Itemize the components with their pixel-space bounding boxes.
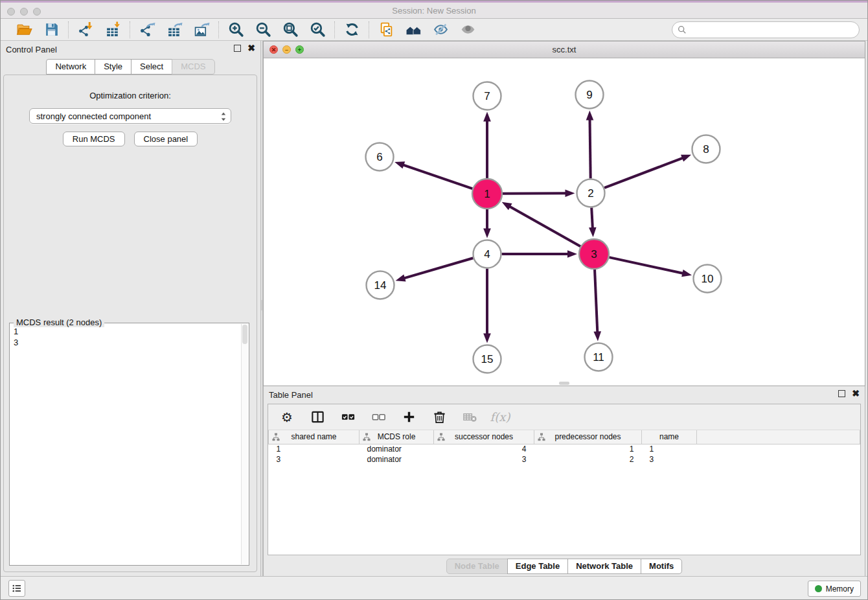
table-panel: Table Panel ✖ ⚙f(x) shared nameMCDS role… (263, 386, 865, 577)
tab-edge-table[interactable]: Edge Table (507, 559, 568, 574)
mcds-result-text[interactable]: 1 3 (11, 325, 240, 564)
cell-predecessor-nodes[interactable]: 1 (534, 444, 642, 454)
memory-button[interactable]: Memory (808, 581, 861, 597)
table-row[interactable]: 3dominator323 (269, 454, 860, 465)
import-network-button[interactable] (76, 21, 95, 39)
save-button[interactable] (42, 21, 60, 39)
graph-edge-2-3[interactable] (589, 207, 597, 237)
cell-shared-name[interactable]: 3 (269, 454, 360, 465)
export-table-button[interactable] (165, 21, 183, 39)
cell-shared-name[interactable]: 1 (269, 444, 360, 454)
tab-network[interactable]: Network (46, 59, 95, 75)
delete-row-button[interactable] (431, 409, 448, 426)
zoom-in-icon (228, 21, 244, 38)
column-label: shared name (291, 432, 336, 441)
chevron-updown-icon (220, 111, 227, 122)
export-table-icon (166, 21, 183, 38)
column-hierarchy-icon (363, 433, 371, 441)
tab-motifs[interactable]: Motifs (641, 559, 682, 574)
run-mcds-button[interactable]: Run MCDS (63, 132, 125, 146)
export-image-button[interactable] (192, 21, 211, 39)
tab-node-table[interactable]: Node Table (446, 559, 508, 574)
search-input[interactable] (672, 21, 860, 38)
zoom-fit-button[interactable] (281, 21, 299, 39)
task-history-button[interactable] (8, 580, 25, 597)
delete-table-button (461, 409, 478, 426)
graph-edge-1-4[interactable] (483, 209, 491, 238)
deselect-all-button[interactable] (370, 409, 387, 426)
column-header-MCDS-role[interactable]: MCDS role (360, 430, 434, 444)
cell-predecessor-nodes[interactable]: 2 (534, 454, 642, 465)
zoom-selected-button[interactable] (308, 21, 326, 39)
cell-successor-nodes[interactable]: 3 (434, 454, 534, 465)
tab-style[interactable]: Style (95, 59, 131, 75)
zoom-in-button[interactable] (227, 21, 245, 39)
graph-edge-2-8[interactable] (604, 155, 691, 188)
result-scrollbar-thumb[interactable] (242, 325, 247, 344)
export-network-button[interactable] (138, 21, 156, 39)
column-header-successor-nodes[interactable]: successor nodes (434, 430, 534, 444)
network-canvas[interactable]: 7968124314101511 (264, 58, 865, 386)
graph-node-label-1: 1 (484, 188, 490, 200)
refresh-icon (344, 21, 360, 38)
cell-filler (697, 444, 860, 454)
control-panel-tabs: NetworkStyleSelectMCDS (1, 58, 260, 75)
cell-name[interactable]: 3 (642, 454, 697, 465)
graph-edge-1-2[interactable] (503, 189, 575, 197)
graph-edge-4-14[interactable] (396, 258, 474, 281)
graph-edge-1-7[interactable] (483, 112, 491, 179)
list-icon (11, 583, 23, 594)
graph-edge-1-6[interactable] (394, 161, 472, 189)
float-table-panel-icon[interactable] (838, 390, 845, 397)
export-network-icon (139, 21, 155, 38)
columns-button[interactable] (309, 409, 326, 426)
tab-mcds[interactable]: MCDS (172, 59, 214, 75)
import-table-button[interactable] (104, 21, 122, 39)
graph-edge-3-10[interactable] (609, 257, 692, 277)
column-label: successor nodes (455, 432, 513, 441)
zoom-out-button[interactable] (254, 21, 272, 39)
column-header-shared-name[interactable]: shared name (269, 430, 360, 444)
tab-network-table[interactable]: Network Table (567, 559, 641, 574)
function-icon: f(x) (490, 410, 510, 424)
vertical-splitter-handle[interactable] (261, 300, 262, 310)
hide-eye-button[interactable] (431, 21, 450, 39)
close-table-panel-icon[interactable]: ✖ (852, 390, 860, 397)
delete-row-icon (432, 410, 447, 424)
close-panel-button[interactable]: Close panel (134, 132, 198, 146)
column-header-predecessor-nodes[interactable]: predecessor nodes (534, 430, 642, 444)
graph-edge-4-3[interactable] (502, 250, 578, 258)
network-graph: 7968124314101511 (264, 58, 865, 386)
open-folder-button[interactable] (15, 21, 33, 39)
home-button[interactable] (404, 21, 422, 39)
float-panel-icon[interactable] (234, 45, 241, 52)
result-scrollbar[interactable] (241, 324, 248, 564)
cell-name[interactable]: 1 (642, 444, 697, 454)
cell-MCDS-role[interactable]: dominator (360, 454, 434, 465)
cell-MCDS-role[interactable]: dominator (360, 444, 434, 454)
cell-successor-nodes[interactable]: 4 (434, 444, 534, 454)
column-header-name[interactable]: name (642, 430, 697, 444)
zoom-out-icon (255, 21, 271, 38)
refresh-button[interactable] (343, 21, 361, 39)
close-panel-icon[interactable]: ✖ (247, 45, 255, 52)
horizontal-splitter-handle[interactable] (559, 382, 569, 385)
import-network-icon (78, 21, 94, 38)
show-eye-button[interactable] (459, 21, 477, 39)
network-window-titlebar: ✕ – + scc.txt (264, 41, 865, 58)
graph-edge-2-9[interactable] (586, 110, 594, 178)
control-panel: Control Panel ✖ NetworkStyleSelectMCDS O… (1, 41, 260, 576)
graph-edge-4-15[interactable] (483, 269, 491, 343)
add-row-button[interactable] (400, 409, 417, 426)
select-all-button[interactable] (339, 409, 356, 426)
graph-edge-3-1[interactable] (502, 202, 580, 246)
titlebar: Session: New Session (1, 1, 867, 19)
gear-button[interactable]: ⚙ (279, 409, 295, 426)
tab-select[interactable]: Select (131, 59, 172, 75)
graph-edge-3-11[interactable] (593, 270, 601, 341)
table-row[interactable]: 1dominator411 (269, 444, 860, 454)
criterion-select[interactable]: strongly connected component (29, 108, 231, 124)
duplicate-network-button[interactable] (377, 21, 395, 39)
mcds-result-group: MCDS result (2 nodes) 1 3 (9, 323, 249, 566)
optimization-label: Optimization criterion: (4, 91, 257, 100)
